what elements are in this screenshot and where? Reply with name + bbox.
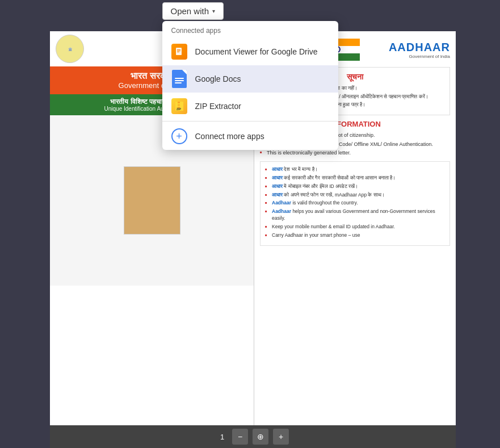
aadhaar-text: AADHAAR (389, 41, 450, 54)
connect-apps-icon: + (171, 128, 187, 144)
benefit-2: आधार कई सरकारी और गैर सरकारी सेवाओं को प… (265, 175, 445, 182)
government-text: Government of India (389, 54, 450, 59)
svg-rect-5 (178, 102, 180, 103)
open-with-label: Open with (171, 6, 209, 16)
zip-icon-shape: ZIP (171, 98, 187, 114)
svg-rect-3 (177, 52, 179, 52)
benefit-4: आधार को अपने स्मार्ट फोन पर रखें, mAadha… (265, 192, 445, 199)
google-docs-icon (171, 71, 187, 87)
svg-rect-2 (177, 51, 180, 51)
menu-item-document-viewer[interactable]: Document Viewer for Google Drive (162, 38, 338, 65)
info-item-3: This is electronically generated letter. (260, 149, 450, 157)
dropdown-menu: Connected apps Document Viewer for Googl… (162, 21, 338, 150)
document-toolbar: 1 − ⊕ + (50, 425, 456, 448)
page-number: 1 (217, 433, 228, 441)
dropdown-container: Open with ▾ Connected apps Document View… (162, 0, 338, 150)
benefit-8: Carry Aadhaar in your smart phone – use (265, 232, 445, 239)
dv-icon-shape (171, 44, 187, 60)
svg-rect-0 (176, 48, 182, 55)
zoom-icon-button[interactable]: ⊕ (253, 429, 268, 445)
document-viewer-icon (171, 44, 187, 60)
benefits-box: आधार देश भर में मान्य है। आधार कई सरकारी… (260, 161, 450, 246)
aadhaar-logo-right: AADHAAR Government of India (389, 41, 450, 59)
zoom-out-button[interactable]: − (232, 429, 248, 445)
menu-item-zip-extractor[interactable]: ZIP ZIP Extractor (162, 93, 338, 120)
zoom-in-button[interactable]: + (273, 429, 289, 445)
benefit-7: Keep your mobile number & email ID updat… (265, 224, 445, 231)
open-with-button[interactable]: Open with ▾ (162, 2, 224, 20)
connect-apps-label: Connect more apps (195, 132, 264, 141)
benefit-3: आधार में मोबाइल नंबर और ईमेल ID अपडेट रख… (265, 183, 445, 190)
benefit-6: Aadhaar helps you avail various Governme… (265, 208, 445, 222)
plus-icon: + (171, 128, 187, 144)
svg-rect-1 (177, 49, 180, 50)
emblem-left: 🏛️ (56, 35, 84, 63)
svg-text:ZIP: ZIP (177, 107, 181, 111)
menu-divider (162, 121, 338, 122)
google-docs-label: Google Docs (195, 74, 241, 83)
menu-item-google-docs[interactable]: Google Docs (162, 65, 338, 93)
menu-item-connect-apps[interactable]: + Connect more apps (162, 123, 338, 150)
svg-rect-6 (178, 104, 180, 106)
zip-extractor-label: ZIP Extractor (195, 102, 241, 111)
benefit-1: आधार देश भर में मान्य है। (265, 166, 445, 173)
connected-apps-label: Connected apps (162, 21, 338, 38)
chevron-down-icon: ▾ (212, 8, 215, 14)
zip-extractor-icon: ZIP (171, 98, 187, 114)
benefit-5: Aadhaar is valid throughout the country. (265, 200, 445, 207)
photo-placeholder (124, 166, 180, 235)
document-viewer-label: Document Viewer for Google Drive (195, 47, 318, 56)
